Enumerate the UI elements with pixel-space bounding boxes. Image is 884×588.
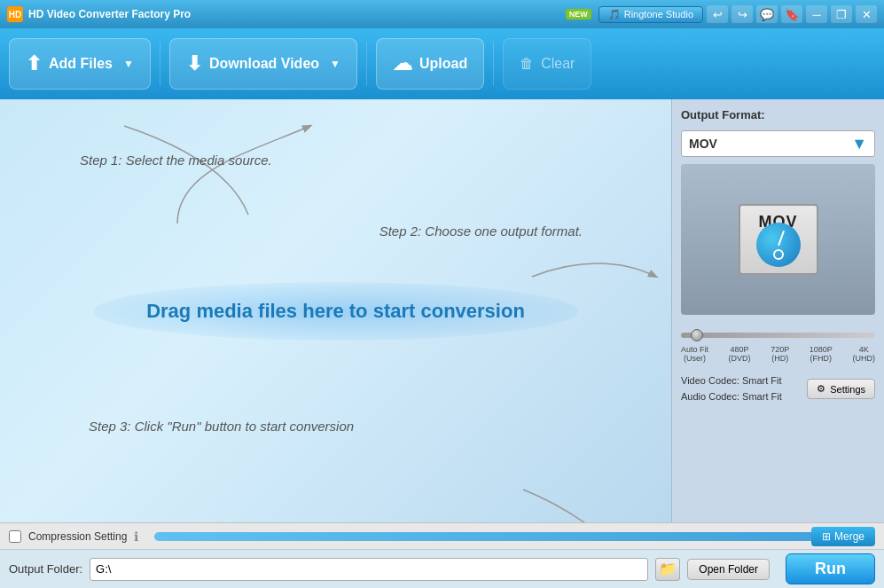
toolbar: ⬆ Add Files ▼ ⬇ Download Video ▼ ☁ Uploa…: [0, 28, 884, 99]
upload-button[interactable]: ☁ Upload: [376, 38, 484, 90]
merge-icon: ⊞: [822, 530, 831, 543]
browse-folder-button[interactable]: 📁: [655, 558, 680, 581]
clear-label: Clear: [541, 56, 575, 72]
output-format-label: Output Format:: [681, 108, 875, 122]
drag-drop-text: Drag media files here to start conversio…: [93, 282, 578, 341]
format-dropdown-arrow: ▼: [851, 135, 867, 153]
codec-settings-row: Video Codec: Smart Fit Audio Codec: Smar…: [681, 373, 875, 404]
upload-label: Upload: [419, 56, 467, 72]
app-title: HD Video Converter Factory Pro: [28, 8, 191, 20]
title-bar-right: NEW 🎵 Ringtone Studio ↩ ↪ 💬 🔖 ─ ❐ ✕: [566, 5, 877, 23]
toolbar-separator-1: [160, 42, 160, 86]
compression-info-icon[interactable]: ℹ: [134, 529, 138, 544]
toolbar-separator-2: [366, 42, 367, 86]
add-files-label: Add Files: [49, 56, 113, 72]
clear-icon: 🗑: [520, 56, 534, 72]
minimize-button[interactable]: ─: [806, 5, 827, 23]
merge-button[interactable]: ⊞ Merge: [811, 527, 875, 546]
music-icon: 🎵: [608, 9, 621, 20]
format-name: MOV: [689, 137, 717, 151]
title-bar: HD HD Video Converter Factory Pro NEW 🎵 …: [0, 0, 884, 28]
bookmark-button[interactable]: 🔖: [781, 5, 802, 23]
folder-icon: 📁: [659, 561, 677, 577]
run-button[interactable]: Run: [786, 553, 875, 584]
quality-label-autofit: Auto Fit (User): [681, 345, 708, 363]
title-bar-left: HD HD Video Converter Factory Pro: [7, 6, 191, 22]
drop-area[interactable]: Step 1: Select the media source. Step 2:…: [0, 99, 671, 522]
step3-label: Step 3: Click "Run" button to start conv…: [89, 419, 354, 434]
compression-bar: Compression Setting ℹ ⊞ Merge: [0, 522, 884, 549]
step1-label: Step 1: Select the media source.: [80, 153, 272, 168]
ringtone-studio-button[interactable]: 🎵 Ringtone Studio: [598, 6, 703, 23]
qt-circle: [773, 249, 784, 260]
audio-codec-label: Audio Codec: Smart Fit: [681, 389, 782, 405]
download-video-button[interactable]: ⬇ Download Video ▼: [169, 38, 357, 90]
app-icon: HD: [7, 6, 23, 22]
quality-slider-area: Auto Fit (User) 480P (DVD) 720P (HD) 108…: [681, 322, 875, 366]
quicktime-icon: [756, 223, 801, 267]
toolbar-separator-3: [493, 42, 494, 86]
new-badge: NEW: [566, 9, 591, 20]
compression-checkbox[interactable]: [9, 530, 21, 543]
merge-label: Merge: [834, 530, 864, 543]
upload-icon: ☁: [393, 52, 412, 75]
main-wrapper: Step 1: Select the media source. Step 2:…: [0, 99, 884, 522]
quality-slider-track[interactable]: [681, 333, 875, 338]
format-selector[interactable]: MOV ▼: [681, 130, 875, 157]
quality-label-480p: 480P (DVD): [729, 345, 751, 363]
settings-label: Settings: [830, 384, 865, 395]
qt-needle: [778, 230, 785, 246]
right-panel: Output Format: MOV ▼ MOV: [671, 99, 884, 522]
output-folder-path-input[interactable]: [90, 558, 648, 581]
quality-slider-thumb[interactable]: [691, 329, 703, 341]
mov-icon: MOV: [734, 191, 823, 288]
add-files-button[interactable]: ⬆ Add Files ▼: [9, 38, 151, 90]
clear-button[interactable]: 🗑 Clear: [503, 38, 591, 90]
undo-button[interactable]: ↩: [707, 5, 728, 23]
restore-button[interactable]: ❐: [831, 5, 852, 23]
ringtone-label: Ringtone Studio: [624, 9, 693, 20]
close-button[interactable]: ✕: [856, 5, 877, 23]
open-folder-button[interactable]: Open Folder: [687, 559, 770, 580]
step2-label: Step 2: Choose one output format.: [379, 223, 583, 239]
mov-icon-box: MOV: [739, 204, 818, 275]
add-files-icon: ⬆: [26, 52, 42, 75]
gear-icon: ⚙: [817, 383, 825, 395]
compression-progress-bar: [154, 532, 875, 541]
download-video-label: Download Video: [209, 56, 319, 72]
download-video-dropdown-arrow: ▼: [330, 58, 340, 70]
redo-button[interactable]: ↪: [731, 5, 753, 23]
format-preview: MOV: [681, 164, 875, 315]
chat-button[interactable]: 💬: [756, 5, 778, 23]
video-codec-label: Video Codec: Smart Fit: [681, 373, 782, 389]
output-folder-label: Output Folder:: [9, 562, 82, 576]
drop-area-inner: Step 1: Select the media source. Step 2:…: [0, 99, 671, 522]
codec-info: Video Codec: Smart Fit Audio Codec: Smar…: [681, 373, 782, 404]
quality-labels: Auto Fit (User) 480P (DVD) 720P (HD) 108…: [681, 345, 875, 363]
quality-label-720p: 720P (HD): [771, 345, 789, 363]
compression-label: Compression Setting: [28, 530, 127, 543]
quality-label-1080p: 1080P (FHD): [810, 345, 833, 363]
output-folder-bar: Output Folder: 📁 Open Folder Run: [0, 549, 884, 588]
download-video-icon: ⬇: [186, 52, 202, 75]
add-files-dropdown-arrow: ▼: [123, 58, 134, 70]
quality-label-4k: 4K (UHD): [852, 345, 875, 363]
settings-button[interactable]: ⚙ Settings: [807, 379, 875, 399]
